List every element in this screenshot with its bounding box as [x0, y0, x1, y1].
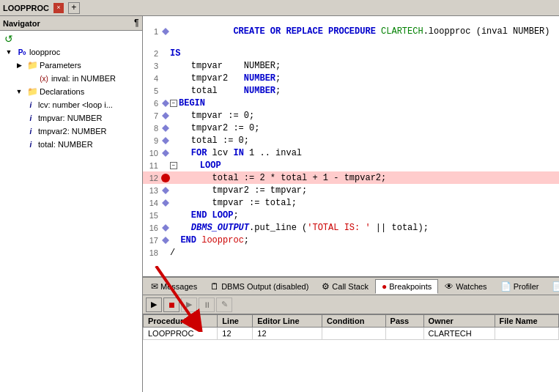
main-container: Navigator ¶ ↺ ▼ P₀ loopproc ▶ 📁 Paramete… [0, 16, 559, 392]
svg-marker-2 [162, 112, 169, 119]
line-text-9: total := 0; [170, 136, 249, 146]
svg-marker-4 [162, 137, 169, 144]
dot-7 [161, 112, 170, 119]
dbms-icon: 🗒 [210, 281, 219, 292]
nav-item-lcv[interactable]: i lcv: number <loop i... [1, 98, 141, 111]
nav-item-tmpvar2[interactable]: i tmpvar2: NUMBER [1, 125, 141, 138]
svg-marker-9 [162, 237, 169, 244]
tab-call-stack[interactable]: ⚙ Call Stack [315, 279, 375, 294]
nav-refresh[interactable]: ↺ [1, 32, 141, 45]
line-num-17: 17 [143, 236, 161, 245]
expand-6[interactable]: − [170, 100, 177, 107]
line-text-15: END LOOP; [170, 210, 239, 221]
line-num-10: 10 [143, 149, 161, 158]
toolbar-btn-play2[interactable]: ▶ [181, 297, 197, 312]
dot-6 [161, 100, 170, 107]
toolbar-btn-stop[interactable]: ⏹ [163, 297, 179, 312]
bottom-panel: ✉ Messages 🗒 DBMS Output (disabled) ⚙ Ca… [143, 276, 559, 392]
svg-marker-6 [162, 187, 169, 194]
expand-11[interactable]: − [170, 162, 177, 169]
var-icon-lcv: i [25, 99, 37, 111]
dot-17 [161, 237, 170, 244]
new-tab-button[interactable]: + [68, 2, 80, 14]
nav-item-declarations[interactable]: ▼ 📁 Declarations [1, 85, 141, 98]
toolbar-btn-pause[interactable]: ⏸ [199, 297, 215, 312]
param-icon-inval: (x) [38, 73, 50, 84]
col-pass: Pass [385, 315, 423, 328]
svg-marker-7 [162, 199, 169, 207]
cell-file-name [495, 328, 558, 340]
tab-messages[interactable]: ✉ Messages [144, 279, 204, 294]
code-line-2: 2 IS [143, 47, 559, 59]
dot-12 [161, 174, 170, 182]
nav-label-inval: inval: in NUMBER [51, 74, 116, 83]
var-icon-tmpvar: i [25, 112, 37, 124]
folder-icon-decls: 📁 [26, 86, 38, 97]
col-line: Line [218, 315, 253, 328]
code-line-7: 7 tmpvar := 0; [143, 109, 559, 122]
title-bar: LOOPPROC × + [0, 0, 559, 16]
tab-messages-label: Messages [160, 282, 197, 291]
code-line-17: 17 END loopproc; [143, 234, 559, 246]
nav-item-loopproc[interactable]: ▼ P₀ loopproc [1, 45, 141, 59]
line-num-5: 5 [143, 86, 161, 95]
table-row[interactable]: LOOPPROC 12 12 CLARTECH [144, 328, 559, 340]
navigator-content: ↺ ▼ P₀ loopproc ▶ 📁 Parameters (x) inval… [0, 31, 142, 392]
toolbar-area: ▶ ⏹ ▶ ⏸ ✎ [143, 295, 559, 314]
nav-item-total[interactable]: i total: NUMBER [1, 138, 141, 151]
code-line-11: 11 − LOOP [143, 159, 559, 171]
tab-watches-label: Watches [456, 282, 486, 291]
profiler-icon: 📄 [500, 281, 511, 292]
tab-dbms-output[interactable]: 🗒 DBMS Output (disabled) [204, 279, 315, 294]
nav-item-inval[interactable]: (x) inval: in NUMBER [1, 72, 141, 85]
bottom-tabs: ✉ Messages 🗒 DBMS Output (disabled) ⚙ Ca… [143, 278, 559, 295]
code-line-8: 8 tmpvar2 := 0; [143, 122, 559, 134]
line-num-9: 9 [143, 136, 161, 145]
line-num-8: 8 [143, 124, 161, 133]
code-line-3: 3 tmpvar NUMBER; [143, 59, 559, 72]
toolbar-btn-edit[interactable]: ✎ [216, 297, 232, 312]
toolbar-btn-play[interactable]: ▶ [146, 297, 162, 312]
nav-label-loopproc: loopproc [29, 48, 60, 56]
tab-watches[interactable]: 👁 Watches [438, 279, 493, 294]
line-text-11: LOOP [179, 160, 221, 171]
line-text-12: total := 2 * total + 1 - tmpvar2; [170, 173, 386, 183]
code-line-5: 5 total NUMBER; [143, 84, 559, 97]
line-text-1: CREATE OR REPLACE PROCEDURE CLARTECH.loo… [170, 16, 550, 47]
tab-callstack-label: Call Stack [332, 282, 369, 291]
var-icon-tmpvar2: i [25, 125, 37, 137]
tab-breakpoints-label: Breakpoints [389, 282, 432, 291]
dot-10 [161, 149, 170, 157]
dot-13 [161, 187, 170, 194]
nav-item-tmpvar[interactable]: i tmpvar: NUMBER [1, 111, 141, 125]
svg-marker-5 [162, 149, 169, 157]
code-line-16: 16 DBMS_OUTPUT.put_line ('TOTAL IS: ' ||… [143, 221, 559, 234]
svg-marker-3 [162, 125, 169, 132]
pin-icon[interactable]: ¶ [134, 18, 139, 29]
nav-label-declarations: Declarations [40, 87, 84, 96]
code-line-10: 10 FOR lcv IN 1 .. inval [143, 147, 559, 159]
code-content[interactable]: 1 CREATE OR REPLACE PROCEDURE CLARTECH.l… [143, 16, 559, 276]
breakpoints-table: Procedure Line Editor Line Condition Pas… [143, 314, 559, 392]
code-line-1: 1 CREATE OR REPLACE PROCEDURE CLARTECH.l… [143, 16, 559, 47]
cell-pass [385, 328, 423, 340]
nav-item-parameters[interactable]: ▶ 📁 Parameters [1, 59, 141, 72]
svg-marker-1 [162, 100, 169, 107]
line-num-15: 15 [143, 211, 161, 220]
spacer-inval [25, 73, 37, 84]
line-num-16: 16 [143, 223, 161, 232]
line-num-4: 4 [143, 74, 161, 83]
tab-profiler[interactable]: 📄 Profiler [494, 279, 546, 294]
code-editor: 1 CREATE OR REPLACE PROCEDURE CLARTECH.l… [143, 16, 559, 276]
line-num-13: 13 [143, 186, 161, 195]
col-procedure: Procedure [144, 315, 218, 328]
watches-icon: 👁 [445, 281, 454, 292]
svg-marker-8 [162, 224, 169, 232]
tab-plsql-results[interactable]: 📄 PL/SQL Results [545, 279, 559, 294]
tab-breakpoints[interactable]: ● Breakpoints [375, 279, 438, 294]
nav-label-tmpvar2: tmpvar2: NUMBER [38, 127, 107, 136]
close-button[interactable]: × [53, 3, 64, 13]
dot-16 [161, 224, 170, 232]
col-file-name: File Name [495, 315, 558, 328]
refresh-icon: ↺ [3, 33, 15, 45]
